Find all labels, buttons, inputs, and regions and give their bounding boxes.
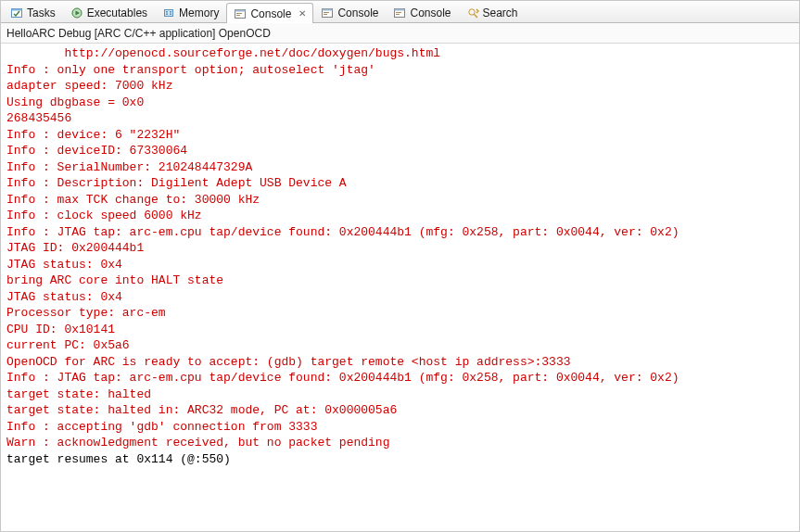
tab-memory[interactable]: Memory — [155, 2, 226, 22]
svg-rect-14 — [324, 12, 329, 13]
svg-rect-10 — [236, 13, 242, 14]
console-line: Info : device: 6 "2232H" — [6, 127, 794, 144]
console-line: current PC: 0x5a6 — [6, 337, 794, 354]
console-line: target state: halted — [6, 386, 794, 403]
tab-label: Memory — [179, 6, 219, 19]
console-line: JTAG ID: 0x200444b1 — [6, 240, 794, 257]
console-icon — [393, 6, 406, 19]
memory-icon — [162, 6, 175, 19]
svg-rect-6 — [166, 13, 168, 15]
tab-label: Console — [250, 7, 291, 20]
console-line: Info : clock speed 6000 kHz — [6, 208, 794, 224]
console-icon — [321, 6, 334, 19]
tab-label: Tasks — [27, 6, 56, 19]
console-line: target resumes at 0x114 (@:550) — [6, 451, 794, 468]
tab-label: Console — [410, 6, 451, 19]
console-line: target state: halted in: ARC32 mode, PC … — [6, 402, 794, 419]
console-header: HelloARC Debug [ARC C/C++ application] O… — [1, 23, 799, 44]
console-icon — [234, 7, 247, 20]
svg-rect-18 — [396, 12, 401, 13]
svg-rect-13 — [323, 8, 333, 10]
console-line: adapter speed: 7000 kHz — [6, 78, 794, 95]
console-line: CPU ID: 0x10141 — [6, 322, 794, 338]
svg-rect-1 — [12, 8, 22, 10]
console-line: http://openocd.sourceforge.net/doc/doxyg… — [6, 45, 794, 62]
svg-rect-3 — [165, 9, 173, 16]
svg-rect-15 — [324, 14, 327, 15]
console-line: Info : JTAG tap: arc-em.cpu tap/device f… — [6, 370, 794, 386]
console-line: Processor type: arc-em — [6, 305, 794, 322]
tab-executables[interactable]: Executables — [63, 2, 155, 22]
svg-rect-9 — [235, 9, 246, 11]
console-line: Info : accepting 'gdb' connection from 3… — [6, 419, 794, 436]
console-line: Warn : acknowledgment received, but no p… — [6, 435, 794, 451]
tab-bar: TasksExecutablesMemoryConsole✕ConsoleCon… — [1, 1, 799, 23]
console-line: bring ARC core into HALT state — [6, 272, 794, 289]
console-line: Info : SerialNumber: 210248447329A — [6, 159, 794, 176]
tab-label: Executables — [87, 6, 147, 19]
console-launch-title: HelloARC Debug [ARC C/C++ application] O… — [6, 27, 271, 40]
svg-point-20 — [468, 8, 474, 14]
svg-rect-7 — [170, 13, 171, 15]
svg-rect-5 — [170, 11, 171, 13]
tab-tasks[interactable]: Tasks — [3, 2, 63, 22]
svg-rect-11 — [236, 15, 240, 16]
tab-label: Search — [483, 6, 518, 19]
console-line: JTAG status: 0x4 — [6, 289, 794, 306]
console-line: OpenOCD for ARC is ready to accept: (gdb… — [6, 354, 794, 371]
search-icon — [466, 6, 479, 19]
close-icon[interactable]: ✕ — [298, 8, 306, 19]
console-line: Info : deviceID: 67330064 — [6, 143, 794, 159]
svg-rect-17 — [395, 8, 405, 10]
tab-label: Console — [337, 6, 378, 19]
exec-icon — [70, 6, 83, 19]
console-line: 268435456 — [6, 110, 794, 127]
console-line: Info : max TCK change to: 30000 kHz — [6, 192, 794, 209]
tab-console[interactable]: Console — [386, 2, 458, 22]
tab-console-active[interactable]: Console✕ — [226, 3, 313, 23]
tab-search[interactable]: Search — [459, 2, 526, 22]
console-line: Info : JTAG tap: arc-em.cpu tap/device f… — [6, 224, 794, 241]
svg-rect-19 — [396, 14, 400, 15]
console-line: JTAG status: 0x4 — [6, 257, 794, 273]
tab-console[interactable]: Console — [313, 2, 386, 22]
svg-rect-4 — [166, 11, 168, 13]
tasks-icon — [10, 6, 23, 19]
console-output: http://openocd.sourceforge.net/doc/doxyg… — [1, 44, 799, 471]
console-line: Using dbgbase = 0x0 — [6, 95, 794, 111]
console-line: Info : Description: Digilent Adept USB D… — [6, 175, 794, 192]
console-line: Info : only one transport option; autose… — [6, 62, 794, 79]
